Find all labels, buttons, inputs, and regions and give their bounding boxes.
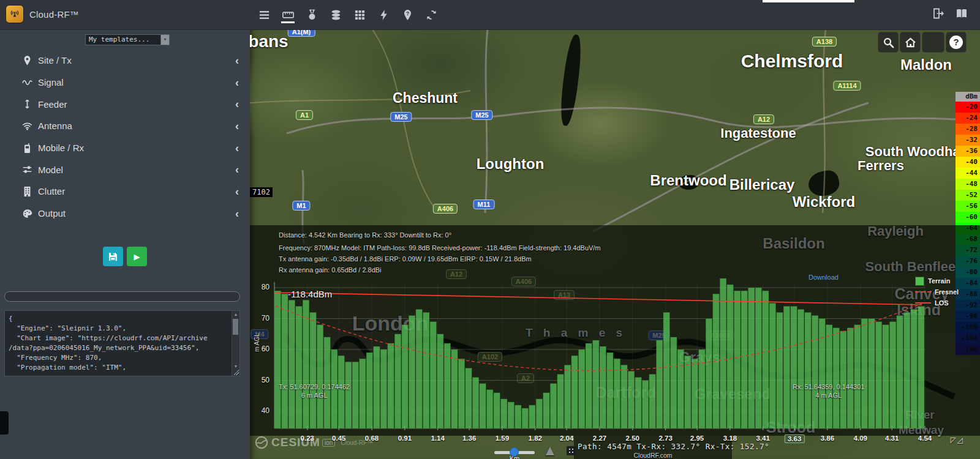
sidebar-item-output[interactable]: Output‹ [0,203,250,225]
pin-question-icon[interactable]: ? [399,6,415,24]
up-down-icon [20,99,34,110]
road-shield: A12 [753,114,774,124]
sidebar-item-label: Feeder [38,99,67,110]
scrollbar[interactable]: ▲ ▼ [232,311,239,376]
expand-se-icon: ◿ [957,436,963,444]
map-place-label: Ferrers [858,158,904,174]
chevron-left-icon: ‹ [235,122,239,130]
resize-grip[interactable] [233,370,239,375]
json-response-editor[interactable]: { "Engine": "Sleipnir 1.3.0", "Chart ima… [4,310,240,376]
legend-ramp-row: -48 [956,179,980,190]
x-tick-label: 1.36 [462,435,476,442]
scrollbar-thumb[interactable] [233,319,238,335]
book-icon[interactable] [956,7,968,22]
sidebar-item-label: Signal [38,77,64,88]
bolt-icon[interactable] [375,6,391,24]
map-place-label: Loughton [477,155,545,173]
terrain-legend-swatch [915,277,924,286]
legend-ramp-row: -20 [956,102,980,113]
road-shield: M1 [292,201,310,211]
cesium-attribution[interactable]: CESIUM ion Cloud-RF™ [255,436,373,449]
x-tick-label: 1.14 [431,435,444,442]
legend-ramp-row: -60 [956,212,980,223]
chart-legend-item: Terrain [915,275,959,286]
legend-ramp-row: -28 [956,124,980,135]
cloudrf-app: Cloud-RF™ ? My templates... ▾ Site / Tx‹… [0,0,980,459]
geocoder-search-button[interactable] [878,32,899,53]
fresnel-legend-swatch [915,291,931,293]
chevron-down-icon[interactable]: ▾ [160,34,170,45]
sign-out-icon[interactable] [932,7,944,22]
y-axis-unit: m AGL [254,327,260,358]
scroll-up-icon[interactable]: ▲ [232,311,239,318]
save-button[interactable] [103,247,123,266]
sidebar-item-signal[interactable]: Signal‹ [0,72,250,94]
chart-info-line: Frequency: 870MHz Model: ITM Path-loss: … [279,244,601,252]
map-controls: ? [878,32,967,53]
name-input[interactable] [4,291,240,302]
templates-select-value: My templates... [89,35,149,45]
x-tick-label: 2.04 [560,435,573,442]
recycle-icon[interactable] [423,6,439,24]
map-place-label: Cheshunt [393,90,458,106]
map-tile-label: 7102 [250,187,273,197]
question-icon: ? [949,35,963,49]
home-button[interactable] [900,32,921,53]
y-tick-label: 50 [254,376,270,384]
floppy-icon [108,252,118,262]
home-icon [905,37,916,48]
sidebar-item-model[interactable]: Model‹ [0,159,250,181]
chart-legend-label: LOS [935,299,949,307]
sidebar-item-mobile-rx[interactable]: Mobile / Rx‹ [0,137,250,159]
chevron-left-icon: ‹ [235,56,239,65]
x-tick-label: 3.18 [723,435,737,442]
x-tick-label: 0.91 [398,435,412,442]
grid-badge-icon[interactable] [567,446,576,455]
medal-icon[interactable] [304,6,320,24]
road-shield: A1 [296,110,313,120]
legend-ramp-row: -24 [956,113,980,124]
chart-info-line: Distance: 4.542 Km Bearing to Rx: 333° D… [279,231,451,239]
sidebar-item-antenna[interactable]: Antenna‹ [0,115,250,137]
topbar-right-icons [932,0,968,29]
run-button[interactable]: ▶ [127,247,147,266]
sidebar-actions: ▶ [0,247,250,266]
sidebar: My templates... ▾ Site / Tx‹Signal‹Feede… [0,29,250,459]
collapsed-panel-handle[interactable] [0,411,9,435]
json-response-text[interactable]: { "Engine": "Sleipnir 1.3.0", "Chart ima… [5,311,238,375]
scene-mode-button[interactable] [922,32,944,53]
sidebar-item-feeder[interactable]: Feeder‹ [0,93,250,115]
road-shield: M11 [473,200,495,209]
warning-icon[interactable]: ▲ [543,442,557,459]
browser-artifact-bar [763,0,854,2]
chart-legend: TerrainFresnelLOS [915,275,959,308]
map-place-label: Billericay [729,176,795,193]
database-icon[interactable] [328,6,344,24]
road-shield: M25 [471,110,492,120]
map-canvas[interactable]: bansChelmsfordMaldonCheshuntIngatestoneL… [250,29,980,459]
sidebar-item-site-tx[interactable]: Site / Tx‹ [0,50,250,72]
fullscreen-button[interactable]: ◸ ◿ [951,436,963,444]
scroll-down-icon[interactable]: ▼ [232,363,239,370]
chevron-left-icon: ‹ [235,78,239,87]
cesium-logo-icon [255,436,268,449]
chevron-left-icon: ‹ [235,209,239,218]
expand-nw-icon: ◸ [951,436,956,444]
road-shield: A138 [812,37,837,47]
received-power-label: -118.4dBm [288,289,332,299]
ruler-icon[interactable] [280,6,296,24]
palette-icon [20,208,34,219]
x-tick-label: 1.82 [529,435,542,442]
download-link[interactable]: Download [809,274,839,281]
x-tick-label: 2.27 [593,435,606,442]
sidebar-item-label: Clutter [38,186,65,196]
brand[interactable]: Cloud-RF™ [6,6,79,23]
sliders-icon [20,164,34,175]
grid-icon[interactable] [352,6,368,24]
templates-select[interactable]: My templates... ▾ [85,34,162,45]
help-button[interactable]: ? [946,32,967,53]
sidebar-item-clutter[interactable]: Clutter‹ [0,181,250,203]
menu-icon[interactable] [256,6,272,24]
opacity-slider-handle[interactable] [510,447,519,457]
road-shield: A1114 [833,81,861,91]
